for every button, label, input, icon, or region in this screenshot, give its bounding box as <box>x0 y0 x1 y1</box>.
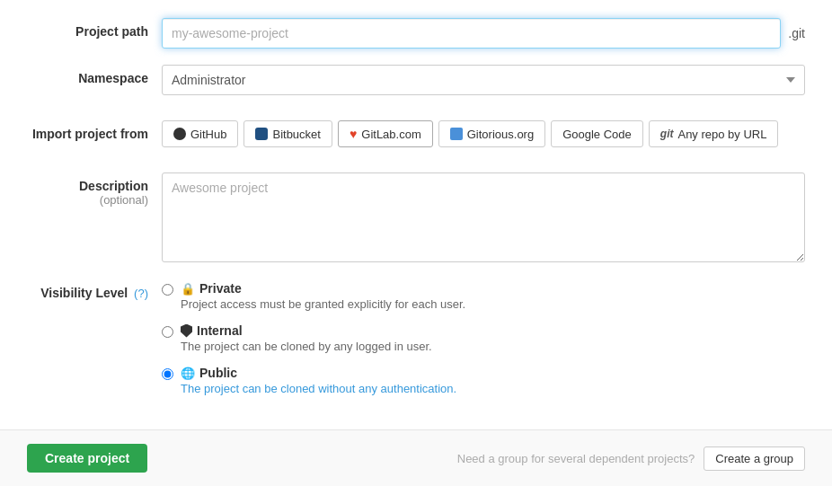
create-group-button[interactable]: Create a group <box>704 447 805 471</box>
import-label: Import project from <box>27 127 162 141</box>
visibility-internal-option: Internal The project can be cloned by an… <box>162 323 805 353</box>
google-label: Google Code <box>562 128 632 141</box>
import-gitorious-button[interactable]: Gitorious.org <box>438 120 545 147</box>
visibility-private-title: 🔒 Private <box>181 281 465 296</box>
github-icon <box>173 128 186 140</box>
shield-icon <box>181 324 192 338</box>
gitlab-label: GitLab.com <box>361 128 420 141</box>
group-suggestion: Need a group for several dependent proje… <box>457 447 805 471</box>
visibility-options: 🔒 Private Project access must be granted… <box>162 281 805 395</box>
import-buttons: GitHub Bitbucket ♥ GitLab.com Gitorious.… <box>162 120 778 147</box>
project-path-input[interactable] <box>162 18 781 49</box>
import-repo-url-button[interactable]: git Any repo by URL <box>649 120 779 147</box>
visibility-private-option: 🔒 Private Project access must be granted… <box>162 281 805 311</box>
visibility-private-desc: Project access must be granted explicitl… <box>181 297 465 311</box>
namespace-select[interactable]: Administrator <box>162 65 805 95</box>
project-path-label: Project path <box>27 18 162 39</box>
visibility-public-desc: The project can be cloned without any au… <box>181 382 456 395</box>
group-suggestion-text: Need a group for several dependent proje… <box>457 452 695 465</box>
git-text-icon: git <box>660 128 674 140</box>
import-bitbucket-button[interactable]: Bitbucket <box>243 120 332 147</box>
gitlab-icon: ♥ <box>350 127 357 141</box>
bitbucket-icon <box>255 128 268 140</box>
import-gitlab-button[interactable]: ♥ GitLab.com <box>338 120 433 147</box>
bitbucket-label: Bitbucket <box>272 128 320 141</box>
visibility-help-link[interactable]: (?) <box>134 287 148 300</box>
git-suffix: .git <box>788 26 805 40</box>
namespace-label: Namespace <box>27 65 162 85</box>
repo-url-label: Any repo by URL <box>677 128 766 141</box>
visibility-public-radio[interactable] <box>162 368 173 380</box>
description-optional: (optional) <box>27 193 148 207</box>
footer-bar: Create project Need a group for several … <box>0 429 832 486</box>
globe-icon: 🌐 <box>181 367 195 380</box>
visibility-internal-desc: The project can be cloned by any logged … <box>181 340 432 353</box>
lock-icon: 🔒 <box>181 282 195 296</box>
visibility-public-title: 🌐 Public <box>181 366 456 380</box>
import-google-button[interactable]: Google Code <box>551 120 643 147</box>
import-github-button[interactable]: GitHub <box>162 120 238 147</box>
gitorious-label: Gitorious.org <box>467 128 534 141</box>
visibility-internal-radio[interactable] <box>162 326 173 338</box>
visibility-internal-title: Internal <box>181 323 432 338</box>
visibility-public-option: 🌐 Public The project can be cloned witho… <box>162 366 805 395</box>
description-label: Description (optional) <box>27 172 162 207</box>
visibility-label: Visibility Level (?) <box>27 281 162 300</box>
description-textarea[interactable] <box>162 172 805 262</box>
gitorious-icon <box>450 128 463 140</box>
github-label: GitHub <box>190 128 226 141</box>
create-project-button[interactable]: Create project <box>27 444 147 473</box>
visibility-private-radio[interactable] <box>162 284 173 296</box>
